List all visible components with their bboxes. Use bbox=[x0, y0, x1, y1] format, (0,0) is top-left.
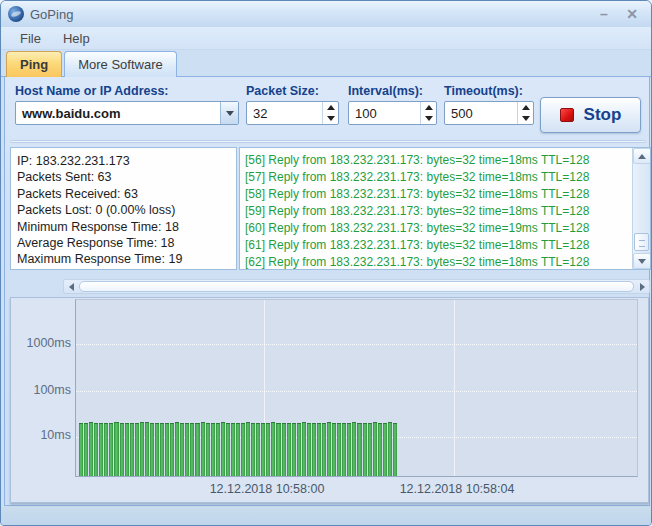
stat-line: Minimum Response Time: 18 bbox=[17, 219, 236, 235]
ping-bar bbox=[383, 423, 387, 476]
stat-line: Packets Lost: 0 (0.00% loss) bbox=[17, 202, 236, 218]
ping-bar bbox=[246, 422, 250, 476]
packet-size-label: Packet Size: bbox=[246, 84, 319, 98]
host-value[interactable]: www.baidu.com bbox=[16, 106, 220, 121]
scroll-up-button[interactable] bbox=[633, 148, 651, 164]
ping-bar bbox=[241, 423, 245, 476]
ping-bar bbox=[211, 423, 215, 476]
ping-bar bbox=[332, 423, 336, 476]
app-globe-icon bbox=[8, 6, 24, 22]
log-line: [57] Reply from 183.232.231.173: bytes=3… bbox=[245, 169, 632, 186]
ping-bar bbox=[276, 423, 280, 476]
ping-bar bbox=[170, 423, 174, 476]
chart-horizontal-scrollbar[interactable] bbox=[63, 279, 650, 294]
ping-bar bbox=[261, 423, 265, 476]
menu-help[interactable]: Help bbox=[54, 29, 99, 48]
triangle-up-icon bbox=[425, 105, 433, 110]
timeout-spinner[interactable]: 500 bbox=[444, 101, 534, 125]
ping-bar bbox=[357, 423, 361, 476]
ping-bar bbox=[130, 423, 134, 476]
scroll-left-button[interactable] bbox=[64, 280, 78, 293]
scrollbar-thumb[interactable] bbox=[79, 281, 634, 292]
log-vertical-scrollbar[interactable] bbox=[632, 148, 650, 269]
spin-up-button[interactable] bbox=[421, 102, 436, 113]
form-separator bbox=[10, 140, 646, 143]
triangle-down-icon bbox=[522, 116, 530, 121]
ping-bar bbox=[251, 423, 255, 476]
spin-down-button[interactable] bbox=[323, 113, 338, 124]
y-axis-tick-100ms: 100ms bbox=[11, 383, 71, 397]
ping-bar bbox=[155, 423, 159, 476]
ping-bar bbox=[292, 423, 296, 476]
triangle-down-icon bbox=[327, 116, 335, 121]
interval-spinner[interactable]: 100 bbox=[348, 101, 437, 125]
interval-label: Interval(ms): bbox=[348, 84, 423, 98]
host-combobox[interactable]: www.baidu.com bbox=[15, 101, 239, 125]
tab-ping[interactable]: Ping bbox=[6, 51, 62, 77]
stat-line: Maximum Response Time: 19 bbox=[17, 251, 236, 267]
ping-statistics-box: IP: 183.232.231.173Packets Sent: 63Packe… bbox=[10, 147, 237, 270]
ping-bar bbox=[393, 423, 397, 476]
stat-line: Packets Received: 63 bbox=[17, 186, 236, 202]
ping-bar bbox=[352, 422, 356, 476]
log-line: [56] Reply from 183.232.231.173: bytes=3… bbox=[245, 152, 632, 169]
ping-bar bbox=[160, 423, 164, 476]
ping-log-lines: [56] Reply from 183.232.231.173: bytes=3… bbox=[240, 148, 632, 270]
stop-button[interactable]: Stop bbox=[540, 97, 641, 133]
ping-bar bbox=[317, 423, 321, 476]
ping-bar bbox=[342, 423, 346, 476]
spin-up-button[interactable] bbox=[323, 102, 338, 113]
scrollbar-thumb[interactable] bbox=[634, 233, 649, 251]
spin-up-button[interactable] bbox=[518, 102, 533, 113]
tab-more-software[interactable]: More Software bbox=[64, 51, 177, 77]
ping-bar bbox=[109, 423, 113, 476]
window-controls: – ✕ bbox=[595, 6, 652, 22]
menu-file[interactable]: File bbox=[11, 29, 50, 48]
ping-bar bbox=[271, 422, 275, 476]
ping-bar bbox=[104, 423, 108, 476]
close-button[interactable]: ✕ bbox=[623, 6, 641, 22]
stop-button-label: Stop bbox=[584, 105, 622, 125]
ping-chart: 1000ms 100ms 10ms 12.12.2018 10:58:00 12… bbox=[10, 297, 649, 503]
timeout-value[interactable]: 500 bbox=[445, 106, 517, 121]
y-axis-tick-1000ms: 1000ms bbox=[11, 336, 71, 350]
scroll-down-button[interactable] bbox=[633, 253, 651, 269]
ping-bar bbox=[84, 423, 88, 476]
ping-bar bbox=[120, 423, 124, 476]
scroll-right-button[interactable] bbox=[635, 280, 649, 293]
stop-square-icon bbox=[560, 108, 574, 122]
minimize-button[interactable]: – bbox=[595, 6, 613, 22]
interval-value[interactable]: 100 bbox=[349, 106, 420, 121]
log-line: [62] Reply from 183.232.231.173: bytes=3… bbox=[245, 254, 632, 270]
ping-bar bbox=[135, 423, 139, 476]
host-label: Host Name or IP Address: bbox=[15, 84, 169, 98]
ping-bar bbox=[322, 423, 326, 476]
spin-down-button[interactable] bbox=[421, 113, 436, 124]
ping-bar bbox=[99, 423, 103, 476]
packet-size-value[interactable]: 32 bbox=[247, 106, 322, 121]
ping-bar bbox=[236, 423, 240, 476]
spin-down-button[interactable] bbox=[518, 113, 533, 124]
log-line: [61] Reply from 183.232.231.173: bytes=3… bbox=[245, 237, 632, 254]
y-axis-tick-10ms: 10ms bbox=[11, 428, 71, 442]
menu-bar: File Help bbox=[1, 27, 652, 50]
ping-bar bbox=[266, 423, 270, 476]
gridline-time-2 bbox=[454, 300, 455, 476]
triangle-up-icon bbox=[522, 105, 530, 110]
ping-bar bbox=[307, 423, 311, 476]
title-bar: GoPing – ✕ bbox=[1, 1, 652, 27]
triangle-right-icon bbox=[640, 283, 645, 291]
ping-bar bbox=[287, 423, 291, 476]
ping-bar bbox=[373, 422, 377, 476]
ping-bar bbox=[185, 423, 189, 476]
packet-size-spinner[interactable]: 32 bbox=[246, 101, 339, 125]
interval-spin-buttons bbox=[420, 102, 436, 124]
triangle-down-icon bbox=[425, 116, 433, 121]
ping-bar bbox=[216, 423, 220, 476]
ping-bar bbox=[175, 422, 179, 476]
timeout-spin-buttons bbox=[517, 102, 533, 124]
stat-line: Packets Sent: 63 bbox=[17, 169, 236, 185]
host-dropdown-button[interactable] bbox=[220, 102, 238, 124]
chevron-down-icon bbox=[226, 111, 234, 116]
ping-log-box[interactable]: [56] Reply from 183.232.231.173: bytes=3… bbox=[239, 147, 651, 270]
